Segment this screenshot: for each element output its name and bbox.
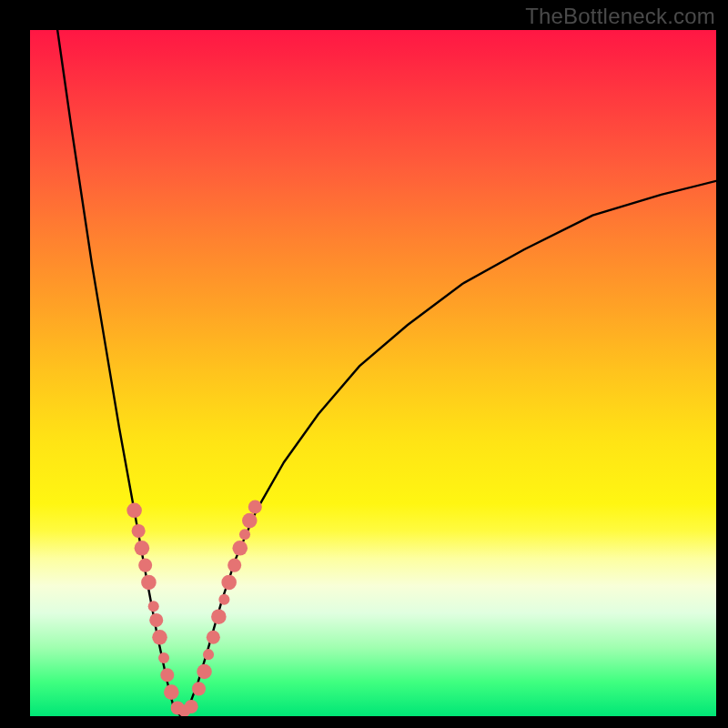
bead-marker <box>248 500 262 513</box>
bead-marker <box>218 594 229 605</box>
bead-marker <box>221 575 237 591</box>
bead-marker <box>138 559 152 572</box>
bead-marker <box>149 613 163 627</box>
bead-marker <box>203 649 214 660</box>
bead-marker <box>160 668 174 682</box>
chart-svg <box>30 30 716 716</box>
bead-marker <box>228 559 241 572</box>
bead-marker <box>164 684 179 700</box>
bead-marker <box>132 524 146 538</box>
chart-frame: TheBottleneck.com <box>0 0 728 728</box>
bead-marker <box>232 541 248 556</box>
watermark-text: TheBottleneck.com <box>525 4 715 29</box>
bead-marker <box>126 503 142 519</box>
bead-marker <box>239 529 250 540</box>
bead-marker <box>185 700 198 713</box>
bead-marker <box>148 601 159 612</box>
bead-marker <box>152 630 167 645</box>
bead-marker <box>197 664 212 680</box>
bead-marker <box>211 609 227 624</box>
bead-marker <box>242 513 258 529</box>
bead-marker <box>192 682 206 695</box>
plot-area <box>30 30 716 716</box>
bead-marker <box>158 652 169 663</box>
bead-marker <box>141 575 157 591</box>
bead-marker <box>207 631 220 644</box>
bead-markers <box>126 500 262 716</box>
bead-marker <box>135 541 150 556</box>
